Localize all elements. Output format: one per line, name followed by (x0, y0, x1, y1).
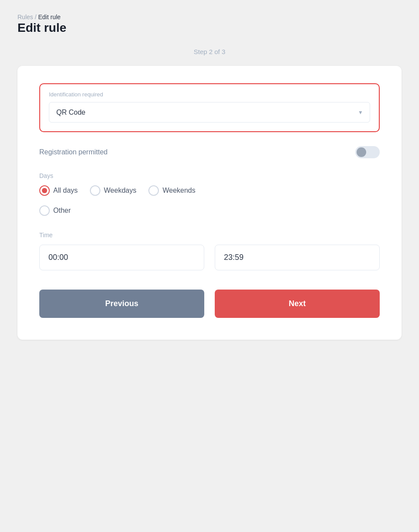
previous-button[interactable]: Previous (39, 290, 204, 318)
days-label: Days (39, 172, 380, 179)
radio-circle-all-days (39, 185, 50, 196)
days-first-row: All days Weekdays Weekends (39, 185, 380, 196)
radio-label-other: Other (53, 207, 71, 215)
radio-weekdays[interactable]: Weekdays (90, 185, 136, 196)
days-radio-group: All days Weekdays Weekends Other (39, 185, 380, 216)
radio-weekends[interactable]: Weekends (148, 185, 195, 196)
days-second-row: Other (39, 205, 380, 216)
time-section: Time (39, 232, 380, 270)
days-section: Days All days Weekdays Weekends (39, 172, 380, 216)
button-row: Previous Next (39, 290, 380, 318)
next-button[interactable]: Next (215, 290, 380, 318)
radio-label-all-days: All days (53, 187, 78, 194)
breadcrumb-parent[interactable]: Rules (17, 14, 33, 20)
form-card: Identification required QR Code PIN Badg… (17, 66, 402, 340)
step-indicator: Step 2 of 3 (17, 48, 402, 55)
identification-select-wrapper: QR Code PIN Badge None ▼ (49, 102, 370, 123)
radio-label-weekdays: Weekdays (104, 187, 136, 194)
identification-field-group: Identification required QR Code PIN Badg… (39, 83, 380, 132)
radio-circle-weekends (148, 185, 159, 196)
time-inputs-row (39, 245, 380, 270)
breadcrumb-current: Edit rule (38, 14, 60, 20)
radio-all-days[interactable]: All days (39, 185, 78, 196)
radio-label-weekends: Weekends (162, 187, 195, 194)
breadcrumb: Rules / Edit rule (17, 13, 402, 21)
radio-circle-weekdays (90, 185, 100, 196)
toggle-knob (357, 147, 366, 157)
registration-toggle-row: Registration permitted (39, 146, 380, 158)
radio-other[interactable]: Other (39, 205, 71, 216)
identification-select[interactable]: QR Code PIN Badge None (49, 102, 370, 123)
radio-circle-other (39, 205, 50, 216)
identification-label: Identification required (49, 91, 370, 98)
registration-toggle[interactable] (355, 146, 380, 158)
time-end-input[interactable] (215, 245, 380, 270)
time-start-input[interactable] (39, 245, 204, 270)
time-label: Time (39, 232, 380, 239)
page-title: Edit rule (17, 21, 402, 35)
registration-label: Registration permitted (39, 148, 108, 156)
